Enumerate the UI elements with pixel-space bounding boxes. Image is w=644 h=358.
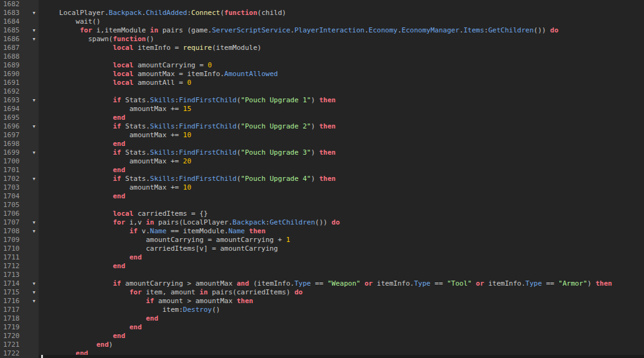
code-line: 1693▼ if Stats.Skills:FindFirstChild("Po… — [0, 96, 644, 105]
code-line-text[interactable]: end — [39, 314, 644, 323]
fold-arrow-icon[interactable]: ▼ — [29, 279, 39, 288]
code-line-text[interactable]: wait() — [39, 17, 644, 26]
code-line-text[interactable]: if Stats.Skills:FindFirstChild("Pouch Up… — [39, 148, 644, 157]
code-line-text[interactable] — [39, 271, 644, 279]
code-line-text[interactable]: amountMax += 15 — [39, 105, 644, 114]
code-line-text[interactable] — [39, 87, 644, 96]
token-keyword: end — [113, 332, 125, 340]
code-line-text[interactable]: end — [39, 114, 644, 122]
token-keyword: end — [130, 323, 142, 331]
code-line-text[interactable]: amountMax += 20 — [39, 157, 644, 166]
code-line: 1712 end — [0, 262, 644, 271]
code-line: 1707▼ for i,v in pairs(LocalPlayer.Backp… — [0, 218, 644, 227]
token-keyword: function — [224, 9, 257, 17]
code-line-text[interactable]: local carriedItems = {} — [39, 210, 644, 218]
line-number: 1722 — [0, 349, 29, 358]
code-line-text[interactable]: end — [39, 253, 644, 262]
token-plain — [39, 227, 130, 235]
fold-arrow-icon[interactable]: ▼ — [29, 175, 39, 183]
code-line-text[interactable]: end — [39, 323, 644, 332]
fold-arrow-placeholder — [29, 323, 39, 332]
token-plain: Stats. — [121, 122, 149, 130]
line-number: 1711 — [0, 253, 29, 262]
fold-arrow-placeholder — [29, 183, 39, 192]
fold-arrow-icon[interactable]: ▼ — [29, 288, 39, 297]
horizontal-scrollbar[interactable] — [39, 355, 644, 358]
code-line-text[interactable]: for i,itemModule in pairs (game.ServerSc… — [39, 26, 644, 35]
token-plain: pairs (game. — [158, 26, 212, 34]
fold-arrow-placeholder — [29, 157, 39, 166]
token-plain: ()) — [315, 218, 332, 226]
token-plain — [39, 253, 130, 261]
fold-arrow-icon[interactable]: ▼ — [29, 227, 39, 236]
code-line-text[interactable]: local amountMax = itemInfo.AmountAllowed — [39, 70, 644, 79]
code-line-text[interactable] — [39, 201, 644, 210]
gutter: 1685▼ — [0, 26, 39, 35]
code-line-text[interactable] — [39, 52, 644, 61]
fold-arrow-icon[interactable]: ▼ — [29, 26, 39, 35]
code-line-text[interactable]: LocalPlayer.Backpack.ChildAdded:Connect(… — [39, 9, 644, 17]
fold-arrow-icon[interactable]: ▼ — [29, 35, 39, 44]
code-line-text[interactable]: local itemInfo = require(itemModule) — [39, 44, 644, 52]
code-line: 1721 end) — [0, 341, 644, 349]
code-line-text[interactable]: for item, amount in pairs(carriedItems) … — [39, 288, 644, 297]
token-string: "Pouch Upgrade 3" — [241, 148, 311, 157]
code-line-text[interactable]: item:Destroy() — [39, 306, 644, 314]
token-plain: item: — [39, 306, 183, 314]
code-line-text[interactable]: if Stats.Skills:FindFirstChild("Pouch Up… — [39, 175, 644, 183]
code-line-text[interactable]: local amountAll = 0 — [39, 79, 644, 87]
code-line-text[interactable]: amountCarrying = amountCarrying + 1 — [39, 236, 644, 244]
code-line-text[interactable]: end — [39, 262, 644, 271]
scrollbar-thumb[interactable] — [41, 355, 43, 358]
fold-arrow-icon[interactable]: ▼ — [29, 148, 39, 157]
code-line-text[interactable]: end — [39, 166, 644, 175]
code-line-text[interactable] — [39, 0, 644, 9]
fold-arrow-icon[interactable]: ▼ — [29, 218, 39, 227]
code-line: 1708▼ if v.Name == itemModule.Name then — [0, 227, 644, 236]
code-line-text[interactable]: end — [39, 332, 644, 341]
token-keyword: then — [237, 297, 253, 305]
code-line-text[interactable]: amountMax += 10 — [39, 183, 644, 192]
token-property: Name — [150, 227, 167, 235]
code-line-text[interactable]: amountMax += 10 — [39, 131, 644, 140]
gutter: 1686▼ — [0, 35, 39, 44]
fold-arrow-placeholder — [29, 341, 39, 349]
code-line-text[interactable]: end — [39, 192, 644, 201]
code-line: 1684 wait() — [0, 17, 644, 26]
code-line-text[interactable]: if v.Name == itemModule.Name then — [39, 227, 644, 236]
fold-arrow-placeholder — [29, 105, 39, 114]
line-number: 1691 — [0, 79, 29, 87]
gutter: 1717 — [0, 306, 39, 314]
token-keyword: local — [113, 210, 133, 218]
code-line-text[interactable]: local amountCarrying = 0 — [39, 61, 644, 70]
token-plain: ) — [311, 175, 319, 183]
token-keyword: in — [150, 26, 158, 34]
code-line-text[interactable]: for i,v in pairs(LocalPlayer.Backpack:Ge… — [39, 218, 644, 227]
code-line: 1697 amountMax += 10 — [0, 131, 644, 140]
code-line-text[interactable]: if Stats.Skills:FindFirstChild("Pouch Up… — [39, 96, 644, 105]
code-line-text[interactable]: if Stats.Skills:FindFirstChild("Pouch Up… — [39, 122, 644, 131]
code-line-text[interactable]: end — [39, 140, 644, 148]
token-property: GetChildren — [488, 26, 534, 34]
token-keyword: for — [80, 26, 92, 34]
fold-arrow-icon[interactable]: ▼ — [29, 9, 39, 17]
code-line-text[interactable]: end) — [39, 341, 644, 349]
token-plain: ) — [587, 279, 595, 288]
code-line-text[interactable]: carriedItems[v] = amountCarrying — [39, 244, 644, 253]
token-plain: spawn( — [39, 35, 113, 43]
code-line-text[interactable]: spawn(function() — [39, 35, 644, 44]
fold-arrow-icon[interactable]: ▼ — [29, 96, 39, 105]
line-number: 1685 — [0, 26, 29, 35]
code-line-text[interactable]: if amountCarrying > amountMax and (itemI… — [39, 279, 644, 288]
token-keyword: and — [237, 279, 249, 288]
fold-arrow-icon[interactable]: ▼ — [29, 122, 39, 131]
token-keyword: local — [113, 79, 133, 87]
code-line: 1695 end — [0, 114, 644, 122]
code-line: 1716▼ if amount > amountMax then — [0, 297, 644, 306]
gutter: 1712 — [0, 262, 39, 271]
fold-arrow-icon[interactable]: ▼ — [29, 297, 39, 306]
token-property: Backpack — [232, 218, 265, 226]
token-plain: wait() — [39, 17, 100, 26]
code-line-text[interactable]: if amount > amountMax then — [39, 297, 644, 306]
token-keyword: or — [364, 279, 372, 288]
